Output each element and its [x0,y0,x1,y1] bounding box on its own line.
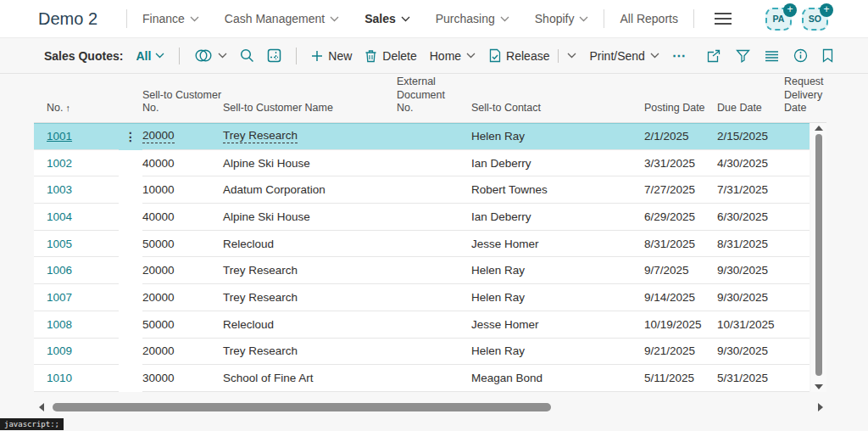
table-row[interactable]: 1007 ⋮ 20000 Trey Research Helen Ray 9/1… [34,284,810,311]
cell-contact[interactable]: Helen Ray [471,284,644,311]
bookmark-icon[interactable] [822,48,833,63]
cell-contact[interactable]: Jesse Homer [471,231,644,258]
badge-so[interactable]: SO + [802,8,828,31]
cell-customer-no[interactable]: 40000 [142,204,223,231]
document-link[interactable]: 1007 [47,291,72,304]
company-name[interactable]: Demo 2 [38,9,97,29]
cell-posting-date[interactable]: 9/14/2025 [644,284,717,311]
cell-external-document-no[interactable] [397,284,471,311]
cell-posting-date[interactable]: 6/29/2025 [644,204,717,231]
cell-no[interactable]: 1003 [34,176,119,204]
cell-external-document-no[interactable] [397,176,471,204]
cell-request-delivery-date[interactable] [784,123,810,150]
cell-request-delivery-date[interactable] [784,284,810,311]
cell-due-date[interactable]: 8/31/2025 [717,231,784,258]
table-row[interactable]: 1009 ⋮ 20000 Trey Research Helen Ray 9/2… [34,339,810,366]
document-link[interactable]: 1001 [47,130,72,143]
cell-contact[interactable]: Ian Deberry [471,204,644,231]
cell-contact[interactable]: Meagan Bond [471,365,644,392]
new-button[interactable]: New [311,49,352,63]
cell-no[interactable]: 1002 [34,150,119,177]
cell-posting-date[interactable]: 9/7/2025 [644,257,717,284]
view-filter-dropdown[interactable]: All [136,49,164,63]
cell-request-delivery-date[interactable] [784,204,810,231]
more-menu-icon[interactable] [715,13,732,25]
cell-contact[interactable]: Helen Ray [471,339,644,366]
vertical-scrollbar-thumb[interactable] [815,134,822,376]
cell-no[interactable]: 1010 [34,365,119,392]
document-link[interactable]: 1004 [47,210,72,223]
views-button[interactable] [194,48,227,63]
table-row[interactable]: 1001 ⋮ 20000 Trey Research Helen Ray 2/1… [34,123,810,150]
cell-customer-name[interactable]: Trey Research [223,123,397,150]
table-row[interactable]: 1003 ⋮ 10000 Adatum Corporation Robert T… [34,176,810,204]
more-options-button[interactable]: ⋯ [672,48,687,64]
cell-customer-name[interactable]: School of Fine Art [223,365,397,392]
cell-external-document-no[interactable] [397,123,471,150]
cell-contact[interactable]: Robert Townes [471,176,644,204]
cell-customer-no[interactable]: 50000 [142,231,223,258]
column-header-external-document-no[interactable]: External Document No. [397,76,471,122]
cell-row-menu[interactable]: ⋮ [119,150,142,177]
cell-no[interactable]: 1008 [34,311,119,339]
cell-request-delivery-date[interactable] [784,176,810,204]
cell-row-menu[interactable]: ⋮ [119,284,142,311]
cell-customer-no[interactable]: 50000 [142,311,223,339]
cell-request-delivery-date[interactable] [784,257,810,284]
column-header-no[interactable]: No.↑ [34,102,119,122]
cell-row-menu[interactable]: ⋮ [119,257,142,284]
document-link[interactable]: 1003 [47,183,72,196]
cell-contact[interactable]: Helen Ray [471,257,644,284]
column-header-request-delivery-date[interactable]: Request Delivery Date [784,76,826,122]
cell-posting-date[interactable]: 5/11/2025 [644,365,717,392]
cell-posting-date[interactable]: 9/21/2025 [644,339,717,366]
table-row[interactable]: 1010 ⋮ 30000 School of Fine Art Meagan B… [34,365,810,392]
column-header-sell-to-customer-no[interactable]: Sell-to Customer No. [142,89,223,122]
document-link[interactable]: 1005 [47,238,72,250]
cell-request-delivery-date[interactable] [784,150,810,177]
delete-button[interactable]: Delete [364,49,416,63]
filter-icon[interactable] [736,49,750,63]
cell-customer-name[interactable]: Alpine Ski House [223,204,397,231]
document-link[interactable]: 1002 [47,157,72,170]
vertical-scrollbar[interactable] [811,123,826,392]
cell-request-delivery-date[interactable] [784,365,810,392]
cell-customer-no[interactable]: 20000 [142,339,223,366]
home-menu[interactable]: Home [430,49,476,63]
column-header-sell-to-contact[interactable]: Sell-to Contact [471,102,644,122]
table-row[interactable]: 1006 ⋮ 20000 Trey Research Helen Ray 9/7… [34,257,810,284]
cell-no[interactable]: 1009 [34,339,119,366]
document-link[interactable]: 1009 [47,344,72,357]
cell-external-document-no[interactable] [397,231,471,258]
document-link[interactable]: 1008 [47,318,72,331]
document-link[interactable]: 1010 [47,372,72,384]
table-row[interactable]: 1005 ⋮ 50000 Relecloud Jesse Homer 8/31/… [34,231,810,258]
cell-customer-no[interactable]: 40000 [142,150,223,177]
cell-due-date[interactable]: 6/30/2025 [717,204,784,231]
cell-row-menu[interactable]: ⋮ [119,311,142,339]
cell-row-menu[interactable]: ⋮ [119,204,142,231]
cell-due-date[interactable]: 7/31/2025 [717,176,784,204]
cell-posting-date[interactable]: 3/31/2025 [644,150,717,177]
cell-customer-name[interactable]: Relecloud [223,311,397,339]
print-send-menu[interactable]: Print/Send [589,49,659,63]
cell-external-document-no[interactable] [397,365,471,392]
cell-no[interactable]: 1006 [34,257,119,284]
scroll-right-arrow[interactable] [818,403,823,411]
nav-item-purchasing[interactable]: Purchasing [436,12,509,25]
column-header-sell-to-customer-name[interactable]: Sell-to Customer Name [223,102,397,122]
nav-item-all-reports[interactable]: All Reports [620,12,677,25]
cell-external-document-no[interactable] [397,339,471,366]
cell-customer-no[interactable]: 20000 [142,257,223,284]
cell-no[interactable]: 1001 [34,123,119,150]
cell-external-document-no[interactable] [397,257,471,284]
cell-contact[interactable]: Helen Ray [471,123,644,150]
share-icon[interactable] [706,49,721,63]
table-row[interactable]: 1002 ⋮ 40000 Alpine Ski House Ian Deberr… [34,150,810,177]
cell-customer-name[interactable]: Adatum Corporation [223,176,397,204]
cell-request-delivery-date[interactable] [784,339,810,366]
cell-external-document-no[interactable] [397,311,471,339]
badge-pa[interactable]: PA + [765,8,792,31]
cell-due-date[interactable]: 9/30/2025 [717,284,784,311]
cell-contact[interactable]: Jesse Homer [471,311,644,339]
